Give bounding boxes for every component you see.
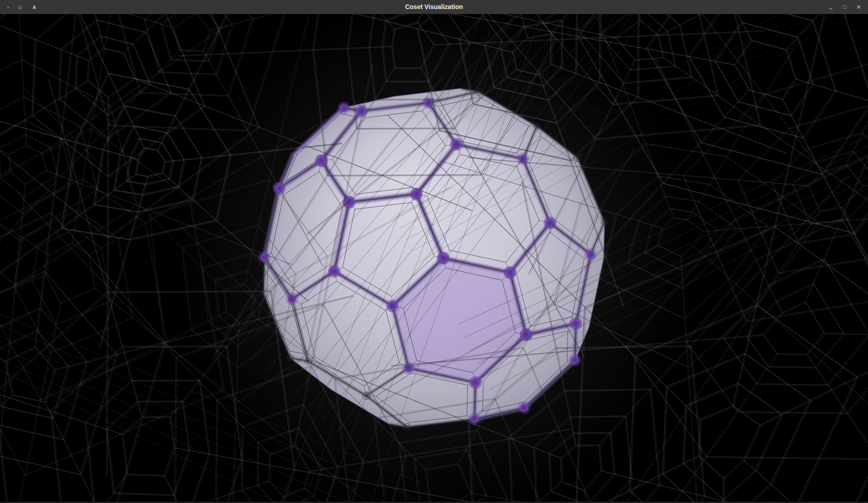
maximize-icon: □ xyxy=(843,4,846,10)
minimize-icon: – xyxy=(829,1,832,15)
close-icon: × xyxy=(857,3,861,11)
window-controls: – □ × xyxy=(824,0,866,14)
dot-icon: • xyxy=(4,0,13,14)
circle-icon[interactable]: ○ xyxy=(13,0,27,14)
chevron-up-icon[interactable]: ∧ xyxy=(27,0,42,14)
close-button[interactable]: × xyxy=(852,0,866,14)
minimize-button[interactable]: – xyxy=(824,0,838,14)
viewport-canvas[interactable] xyxy=(0,14,868,503)
window-title: Coset Visualization xyxy=(0,0,868,14)
titlebar-left-icons: • ○ ∧ xyxy=(4,0,42,14)
maximize-button[interactable]: □ xyxy=(838,0,852,14)
titlebar: • ○ ∧ Coset Visualization – □ × xyxy=(0,0,868,14)
